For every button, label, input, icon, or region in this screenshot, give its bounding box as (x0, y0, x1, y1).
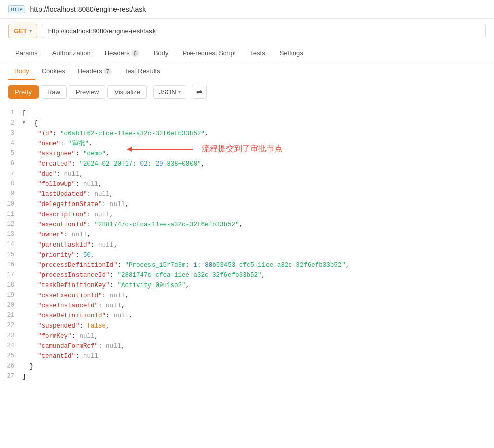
code-line-2: 2▼ { (0, 118, 494, 129)
view-pretty-button[interactable]: Pretty (8, 85, 39, 99)
http-icon: HTTP (8, 5, 25, 13)
code-line-3: 3 "id": "c6ab1f62-cfce-11ee-a32c-32f6efb… (0, 129, 494, 139)
headers-response-badge: 7 (104, 68, 112, 75)
code-line-7: 7 "due": null, (0, 169, 494, 179)
format-label: JSON (159, 88, 176, 96)
line-number-26: 26 (4, 361, 22, 371)
line-content-18: "taskDefinitionKey": "Activity_09u1so2", (22, 280, 490, 291)
wrap-icon[interactable]: ⇌ (192, 85, 207, 99)
line-number-13: 13 (4, 230, 22, 239)
code-line-24: 24 "camundaFormRef": null, (0, 341, 494, 351)
line-content-3: "id": "c6ab1f62-cfce-11ee-a32c-32f6efb33… (22, 129, 490, 139)
line-content-4: "name": "审批", (22, 139, 490, 149)
line-number-2: 2 (4, 118, 22, 128)
line-number-1: 1 (4, 108, 22, 118)
tab-test-results[interactable]: Test Results (118, 63, 166, 80)
line-content-1: [ (22, 108, 490, 118)
code-line-10: 10 "delegationState": null, (0, 199, 494, 210)
tab-params[interactable]: Params (8, 44, 45, 63)
tab-settings[interactable]: Settings (273, 44, 311, 63)
code-line-16: 16 "processDefinitionId": "Process_15r7d… (0, 260, 494, 270)
line-number-23: 23 (4, 331, 22, 341)
line-content-16: "processDefinitionId": "Process_15r7d3m:… (22, 260, 490, 270)
tab-body-request[interactable]: Body (146, 44, 176, 63)
line-number-14: 14 (4, 240, 22, 250)
line-number-18: 18 (4, 280, 22, 290)
line-content-13: "owner": null, (22, 230, 490, 240)
code-line-1: 1[ (0, 108, 494, 118)
code-area: 1[2▼ {3 "id": "c6ab1f62-cfce-11ee-a32c-3… (0, 103, 494, 387)
tab-tests[interactable]: Tests (243, 44, 272, 63)
view-controls: Pretty Raw Preview Visualize JSON ▾ ⇌ (0, 80, 494, 103)
code-line-11: 11 "description": null, (0, 210, 494, 220)
line-content-21: "caseDefinitionId": null, (22, 311, 490, 321)
line-number-27: 27 (4, 372, 22, 381)
code-line-18: 18 "taskDefinitionKey": "Activity_09u1so… (0, 280, 494, 291)
format-dropdown[interactable]: JSON ▾ (153, 85, 186, 99)
view-preview-button[interactable]: Preview (69, 85, 105, 99)
code-line-21: 21 "caseDefinitionId": null, (0, 311, 494, 321)
line-content-22: "suspended": false, (22, 321, 490, 331)
code-line-19: 19 "caseExecutionId": null, (0, 291, 494, 301)
line-content-7: "due": null, (22, 169, 490, 179)
line-number-20: 20 (4, 301, 22, 310)
line-content-15: "priority": 50, (22, 250, 490, 260)
line-content-12: "executionId": "2881747c-cfca-11ee-a32c-… (22, 220, 490, 230)
method-label: GET (14, 27, 27, 35)
line-content-2: { (27, 118, 490, 129)
tab-headers-request[interactable]: Headers6 (98, 44, 146, 63)
line-content-9: "lastUpdated": null, (22, 189, 490, 199)
code-line-15: 15 "priority": 50, (0, 250, 494, 260)
line-number-19: 19 (4, 291, 22, 300)
code-line-8: 8 "followUp": null, (0, 179, 494, 189)
tab-prerequest[interactable]: Pre-request Script (176, 44, 243, 63)
line-number-21: 21 (4, 311, 22, 320)
code-line-5: 5 "assignee": "demo", (0, 149, 494, 159)
code-wrapper: 1[2▼ {3 "id": "c6ab1f62-cfce-11ee-a32c-3… (0, 103, 494, 387)
collapse-icon-2[interactable]: ▼ (22, 118, 26, 128)
line-number-22: 22 (4, 321, 22, 331)
line-number-15: 15 (4, 250, 22, 260)
request-tabs: Params Authorization Headers6 Body Pre-r… (0, 44, 494, 63)
line-content-5: "assignee": "demo", (22, 149, 490, 159)
url-input[interactable] (42, 24, 486, 38)
code-line-25: 25 "tenantId": null (0, 351, 494, 361)
line-number-9: 9 (4, 189, 22, 199)
code-line-14: 14 "parentTaskId": null, (0, 240, 494, 250)
line-content-26: } (22, 361, 490, 372)
request-bar: GET ▾ (0, 19, 494, 44)
headers-request-badge: 6 (131, 50, 139, 57)
line-number-7: 7 (4, 169, 22, 179)
line-number-8: 8 (4, 179, 22, 189)
tab-headers-response[interactable]: Headers7 (71, 63, 118, 80)
line-number-11: 11 (4, 210, 22, 219)
view-visualize-button[interactable]: Visualize (107, 85, 147, 99)
line-content-27: ] (22, 372, 490, 382)
tab-cookies[interactable]: Cookies (35, 63, 71, 80)
line-number-17: 17 (4, 270, 22, 280)
method-dropdown[interactable]: GET ▾ (8, 24, 37, 38)
code-line-6: 6 "created": "2024-02-20T17: 02: 29.838+… (0, 159, 494, 169)
code-line-22: 22 "suspended": false, (0, 321, 494, 331)
view-raw-button[interactable]: Raw (41, 85, 67, 99)
tab-body-response[interactable]: Body (8, 63, 35, 80)
line-content-14: "parentTaskId": null, (22, 240, 490, 250)
code-line-13: 13 "owner": null, (0, 230, 494, 240)
method-chevron-icon: ▾ (29, 28, 32, 34)
code-line-17: 17 "processInstanceId": "2881747c-cfca-1… (0, 270, 494, 280)
line-content-20: "caseInstanceId": null, (22, 301, 490, 311)
line-number-5: 5 (4, 149, 22, 158)
line-content-10: "delegationState": null, (22, 199, 490, 210)
response-tabs: Body Cookies Headers7 Test Results (0, 63, 494, 80)
code-line-9: 9 "lastUpdated": null, (0, 189, 494, 199)
line-number-4: 4 (4, 139, 22, 148)
line-content-19: "caseExecutionId": null, (22, 291, 490, 301)
line-number-6: 6 (4, 159, 22, 169)
line-content-24: "camundaFormRef": null, (22, 341, 490, 351)
tab-authorization[interactable]: Authorization (45, 44, 98, 63)
line-number-10: 10 (4, 199, 22, 209)
line-content-25: "tenantId": null (22, 351, 490, 361)
code-line-4: 4 "name": "审批", (0, 139, 494, 149)
code-line-26: 26 } (0, 361, 494, 372)
line-number-25: 25 (4, 351, 22, 361)
